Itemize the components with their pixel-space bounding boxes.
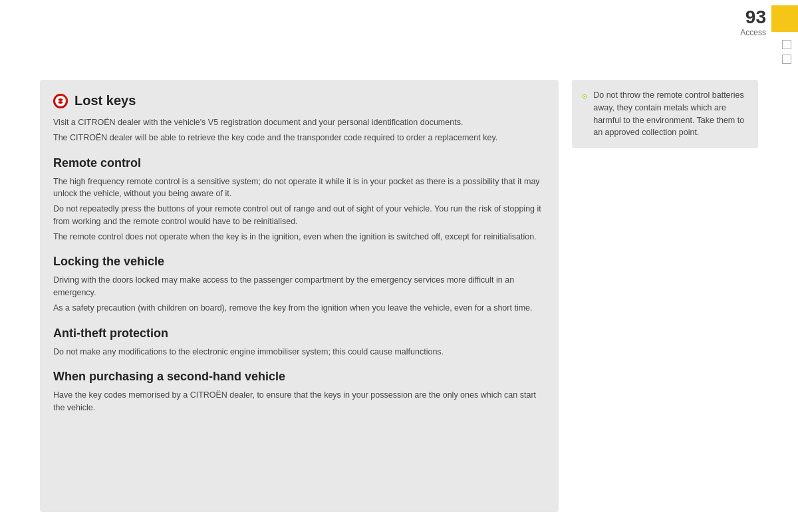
lost-keys-para-1: Visit a CITROËN dealer with the vehicle'… <box>53 116 543 129</box>
remote-control-para-3: The remote control does not operate when… <box>53 231 543 243</box>
page-header: 93 Access <box>740 0 798 37</box>
main-content: Lost keys Visit a CITROËN dealer with th… <box>40 80 758 512</box>
checkbox-2[interactable] <box>782 55 791 64</box>
remote-control-title: Remote control <box>53 156 543 170</box>
page-label: Access <box>740 28 766 37</box>
eco-note-text: Do not throw the remote control batterie… <box>593 89 747 139</box>
page-number-block: 93 Access <box>740 0 771 37</box>
locking-title: Locking the vehicle <box>53 255 543 269</box>
yellow-accent-block <box>771 5 798 32</box>
checkbox-group <box>782 40 791 64</box>
antitheft-para-1: Do not make any modifications to the ele… <box>53 346 543 358</box>
eco-note-box: Do not throw the remote control batterie… <box>572 80 758 148</box>
purchasing-para-1: Have the key codes memorised by a CITROË… <box>53 389 543 414</box>
lost-keys-para-2: The CITROËN dealer will be able to retri… <box>53 132 543 144</box>
eco-icon <box>583 89 587 104</box>
lost-keys-title: Lost keys <box>74 93 136 108</box>
remote-control-para-1: The high frequency remote control is a s… <box>53 176 543 201</box>
warning-icon <box>53 94 68 108</box>
right-content-panel: Do not throw the remote control batterie… <box>572 80 758 512</box>
left-content-panel: Lost keys Visit a CITROËN dealer with th… <box>40 80 559 512</box>
purchasing-title: When purchasing a second-hand vehicle <box>53 370 543 384</box>
antitheft-title: Anti-theft protection <box>53 327 543 340</box>
locking-para-1: Driving with the doors locked may make a… <box>53 274 543 299</box>
remote-control-para-2: Do not repeatedly press the buttons of y… <box>53 203 543 228</box>
locking-para-2: As a safety precaution (with children on… <box>53 302 543 315</box>
warning-header: Lost keys <box>53 93 543 108</box>
checkbox-1[interactable] <box>782 40 791 49</box>
page-number: 93 <box>740 8 766 27</box>
